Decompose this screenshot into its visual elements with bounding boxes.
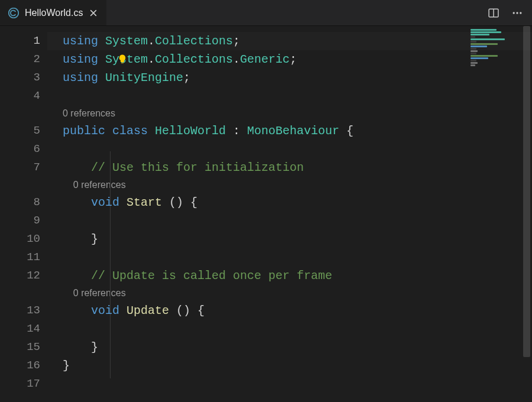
- indent: [63, 161, 91, 174]
- method-name: Start: [126, 196, 162, 209]
- code-line[interactable]: [47, 375, 532, 393]
- code-line[interactable]: void Start () {: [47, 193, 532, 212]
- code-line[interactable]: [47, 320, 532, 338]
- line-number: 15: [0, 338, 47, 356]
- codelens-references[interactable]: 0 references: [47, 105, 532, 122]
- code-line[interactable]: using UnityEngine;: [47, 69, 532, 87]
- indent: [63, 288, 73, 298]
- close-tab-icon[interactable]: [89, 8, 98, 18]
- line-number: 1: [0, 32, 47, 50]
- punct: .: [148, 34, 155, 48]
- indent: [63, 196, 91, 209]
- indent: [63, 341, 91, 354]
- keyword: void: [91, 304, 126, 317]
- line-number: 9: [0, 212, 47, 230]
- line-number: 8: [0, 193, 47, 212]
- indent: [63, 269, 91, 283]
- punct: }: [91, 341, 98, 354]
- keyword: public: [63, 124, 112, 138]
- codelens-text: 0 references: [73, 288, 126, 298]
- punct: (): [162, 196, 190, 209]
- punct: .: [148, 53, 155, 66]
- punct: :: [226, 124, 247, 138]
- line-number: 5: [0, 122, 47, 140]
- codelens-text: 0 references: [73, 180, 126, 190]
- more-actions-icon[interactable]: [511, 7, 524, 20]
- line-number: 13: [0, 302, 47, 320]
- code-line[interactable]: [47, 212, 532, 230]
- keyword: class: [112, 124, 155, 138]
- code-line[interactable]: }: [47, 230, 532, 248]
- keyword: using: [63, 53, 105, 66]
- line-number: 16: [0, 356, 47, 375]
- namespace: Collections: [155, 34, 233, 48]
- code-line[interactable]: public class HelloWorld : MonoBehaviour …: [47, 122, 532, 140]
- keyword: void: [91, 196, 126, 209]
- punct: }: [91, 232, 98, 246]
- namespace: System: [105, 34, 148, 48]
- line-number: 10: [0, 230, 47, 248]
- keyword: using: [63, 71, 105, 85]
- svg-point-3: [513, 12, 515, 14]
- line-number: 12: [0, 267, 47, 285]
- line-number: 6: [0, 140, 47, 158]
- indent: [63, 232, 91, 246]
- punct: ;: [233, 34, 240, 48]
- comment: // Update is called once per frame: [91, 269, 332, 283]
- indent: [63, 304, 91, 317]
- comment: // Use this for initialization: [91, 161, 304, 174]
- editor-tab-bar: HelloWorld.cs: [0, 0, 532, 26]
- indent: [63, 180, 73, 190]
- code-line[interactable]: [47, 87, 532, 105]
- indent: [63, 214, 119, 228]
- line-number-gutter: 1 2 3 4 5 6 7 8 9 10 11 12 13 14 15 16 1…: [0, 26, 47, 402]
- punct: {: [197, 304, 205, 317]
- tab-actions: [487, 0, 532, 25]
- type: MonoBehaviour: [247, 124, 339, 138]
- tab-filename: HelloWorld.cs: [25, 8, 83, 18]
- code-line[interactable]: }: [47, 356, 532, 375]
- line-number: 7: [0, 158, 47, 177]
- minimap-line: [471, 29, 497, 31]
- line-number: 11: [0, 248, 47, 267]
- file-tab[interactable]: HelloWorld.cs: [0, 0, 106, 25]
- code-line[interactable]: [47, 140, 532, 158]
- codelens-references[interactable]: 0 references: [47, 285, 532, 302]
- punct: ;: [290, 53, 297, 66]
- punct: .: [233, 53, 240, 66]
- code-line[interactable]: using System.Collections;: [47, 32, 532, 50]
- class-name: HelloWorld: [155, 124, 226, 138]
- svg-point-5: [520, 12, 521, 14]
- code-line[interactable]: }: [47, 338, 532, 356]
- line-number: 3: [0, 69, 47, 87]
- code-area[interactable]: using System.Collections; using System.C…: [47, 26, 532, 402]
- csharp-file-icon: [8, 8, 19, 18]
- punct: ;: [183, 71, 190, 85]
- code-line[interactable]: void Update () {: [47, 302, 532, 320]
- svg-rect-6: [121, 63, 124, 64]
- codelens-references[interactable]: 0 references: [47, 177, 532, 193]
- line-number: 17: [0, 375, 47, 393]
- svg-point-4: [516, 12, 518, 14]
- method-name: Update: [126, 304, 169, 317]
- code-line[interactable]: [47, 248, 532, 267]
- keyword: using: [63, 34, 105, 48]
- namespace: Generic: [240, 53, 290, 66]
- line-number: 14: [0, 320, 47, 338]
- indent: [63, 322, 119, 336]
- split-editor-icon[interactable]: [487, 7, 500, 20]
- code-line[interactable]: // Use this for initialization: [47, 158, 532, 177]
- namespace: UnityEngine: [105, 71, 183, 85]
- code-line[interactable]: // Update is called once per frame: [47, 267, 532, 285]
- lightbulb-icon[interactable]: [117, 54, 128, 64]
- indent: [63, 251, 91, 264]
- editor[interactable]: 1 2 3 4 5 6 7 8 9 10 11 12 13 14 15 16 1…: [0, 26, 532, 402]
- punct: (): [169, 304, 197, 317]
- punct: }: [63, 359, 70, 372]
- punct: {: [339, 124, 353, 138]
- namespace: Collections: [155, 53, 233, 66]
- line-number: 2: [0, 50, 47, 69]
- line-number: 4: [0, 87, 47, 105]
- punct: {: [190, 196, 197, 209]
